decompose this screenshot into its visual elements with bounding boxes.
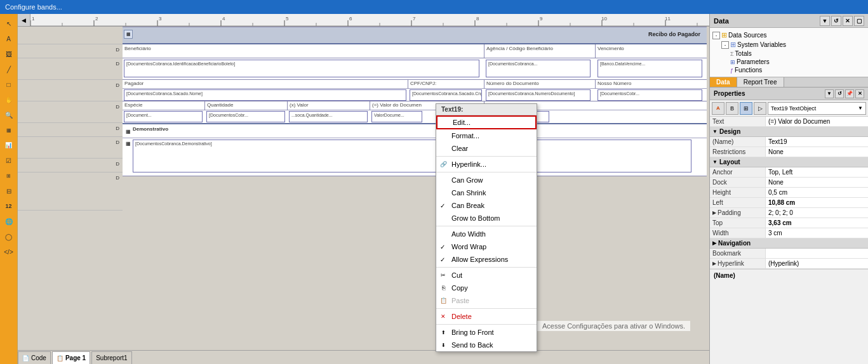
data-action-btn1[interactable]: ▼ bbox=[820, 16, 830, 26]
band-row-3-labels: Pagador CPF/CNPJ: Número do Documento No… bbox=[123, 80, 707, 89]
toolbar-btn-barcode[interactable]: ▦ bbox=[2, 123, 16, 137]
tree-item-functions[interactable]: ƒ Functions bbox=[712, 66, 865, 74]
toolbar-btn-check[interactable]: ☑ bbox=[2, 153, 16, 167]
context-menu-title: Text19: bbox=[436, 104, 537, 115]
valor-doc-field[interactable]: ValorDocume... bbox=[371, 111, 422, 122]
toolbar-btn-globe[interactable]: 🌐 bbox=[2, 214, 16, 228]
cpf-field[interactable]: [DocumentosCobranca.Sacado.CnpjCpf bbox=[410, 89, 482, 101]
tab-report-tree[interactable]: Report Tree bbox=[737, 77, 784, 87]
data-action-btn2[interactable]: ↺ bbox=[831, 16, 841, 26]
expand-datasources[interactable]: - bbox=[712, 32, 720, 39]
context-menu-allow-expr[interactable]: ✓ Allow Expressions bbox=[436, 253, 537, 266]
toolbar-btn-line[interactable]: ╱ bbox=[2, 62, 16, 76]
context-menu-can-grow[interactable]: Can Grow bbox=[436, 174, 537, 186]
toolbar-btn-chart[interactable]: 📊 bbox=[2, 138, 16, 152]
context-menu-can-break[interactable]: ✓ Can Break bbox=[436, 199, 537, 212]
agencia-field[interactable]: [DocumentosCobranca... bbox=[486, 60, 591, 77]
prop-name-value[interactable]: Text19 bbox=[766, 137, 868, 146]
prop-restrictions-label: Restrictions bbox=[710, 147, 766, 157]
tab-page1[interactable]: 📋 Page 1 bbox=[52, 351, 90, 364]
prop-dock-value[interactable]: None bbox=[766, 178, 868, 187]
tree-item-params[interactable]: ⊞ Parameters bbox=[712, 58, 865, 66]
props-pin-btn[interactable]: 📌 bbox=[845, 89, 854, 98]
toolbar-btn-arrow[interactable]: </> bbox=[2, 245, 16, 259]
tab-subreport1[interactable]: Subreport1 bbox=[91, 351, 131, 364]
x-valor-field[interactable]: ...soca.Quantidade... bbox=[289, 111, 368, 122]
toolbar-btn-shape[interactable]: ◯ bbox=[2, 230, 16, 244]
vencimento-field[interactable]: [Banco.DataVencime... bbox=[598, 60, 702, 77]
context-menu-word-wrap[interactable]: ✓ Word Wrap bbox=[436, 240, 537, 253]
context-menu-bring-front[interactable]: ⬆ Bring to Front bbox=[436, 326, 537, 339]
data-action-btn4[interactable]: ▢ bbox=[854, 16, 864, 26]
num-doc-header: Número do Documento bbox=[484, 80, 596, 89]
prop-padding-value[interactable]: 2; 0; 2; 0 bbox=[766, 208, 868, 218]
context-menu-format[interactable]: Format... bbox=[436, 129, 537, 142]
toolbar-btn-picture[interactable]: 🖼 bbox=[2, 47, 16, 61]
prop-width-value[interactable]: 3 cm bbox=[766, 228, 868, 238]
prop-hyperlink-value[interactable]: (Hyperlink) bbox=[766, 259, 868, 268]
props-toolbar-layout-btn[interactable]: ⊞ bbox=[740, 102, 752, 115]
toolbar-btn-table[interactable]: ⊟ bbox=[2, 184, 16, 198]
tree-item-totals[interactable]: Σ Totals bbox=[712, 49, 865, 58]
toolbar-btn-sub[interactable]: ⊞ bbox=[2, 169, 16, 183]
toolbar-btn-rect[interactable]: □ bbox=[2, 77, 16, 91]
props-close-btn[interactable]: ✕ bbox=[855, 89, 864, 98]
quantidade-field[interactable]: [DocumentosCobr... bbox=[206, 111, 285, 122]
svg-text:9: 9 bbox=[540, 16, 543, 22]
tree-item-sysvars[interactable]: - ⊞ System Variables bbox=[712, 40, 865, 49]
toolbar-btn-text[interactable]: A bbox=[2, 32, 16, 46]
prop-height-value[interactable]: 0,5 cm bbox=[766, 188, 868, 197]
context-menu-grow-bottom[interactable]: Grow to Bottom bbox=[436, 212, 537, 224]
context-menu-auto-width[interactable]: Auto Width bbox=[436, 228, 537, 240]
props-toolbar-text-btn[interactable]: A bbox=[712, 102, 724, 115]
context-menu-delete[interactable]: ✕ Delete bbox=[436, 310, 537, 323]
prop-restrictions-value[interactable]: None bbox=[766, 147, 868, 157]
context-menu-can-shrink[interactable]: Can Shrink bbox=[436, 186, 537, 199]
tree-item-datasources[interactable]: - ⊞ Data Sources bbox=[712, 30, 865, 40]
num-doc-field[interactable]: [DocumentosCobranca.NumeroDocumento] bbox=[486, 89, 591, 101]
prop-height-row: Height 0,5 cm bbox=[710, 188, 868, 198]
design-surface[interactable]: D D D D D D D D Recibo do Pagador bbox=[18, 27, 709, 350]
hyperlink-expand-icon: ▶ bbox=[712, 261, 716, 266]
cpf-header: CPF/CNPJ: bbox=[408, 80, 484, 89]
tab-code[interactable]: 📄 Code bbox=[18, 351, 51, 364]
context-menu-send-back[interactable]: ⬇ Send to Back bbox=[436, 339, 537, 351]
props-action-btn2[interactable]: ↺ bbox=[835, 89, 844, 98]
toolbar-btn-select[interactable]: ↖ bbox=[2, 16, 16, 30]
can-shrink-label: Can Shrink bbox=[451, 189, 486, 197]
quantidade-header: Quantidade bbox=[205, 101, 288, 110]
props-toolbar-nav-btn[interactable]: ▷ bbox=[754, 102, 766, 115]
beneficiario-field[interactable]: [DocumentosCobranca.IdentificacaoBenefic… bbox=[124, 60, 479, 77]
section-navigation[interactable]: ▶ Navigation bbox=[710, 238, 868, 249]
context-menu-cut[interactable]: ✂ Cut bbox=[436, 269, 537, 282]
context-menu-hyperlink[interactable]: 🔗 Hyperlink... bbox=[436, 158, 537, 171]
prop-top-value[interactable]: 3,63 cm bbox=[766, 218, 868, 228]
prop-bookmark-value[interactable] bbox=[766, 249, 868, 258]
especie-field[interactable]: [Document... bbox=[124, 111, 203, 122]
prop-name-row: (Name) Text19 bbox=[710, 137, 868, 147]
toolbar-btn-12[interactable]: 12 bbox=[2, 199, 16, 213]
demonstrativo-field-box[interactable]: [DocumentosCobranca.Demonstrativo] bbox=[133, 140, 691, 172]
collapse-panel-btn[interactable]: ◀ bbox=[18, 14, 30, 26]
especie-header: Espécie bbox=[123, 101, 205, 110]
props-action-btn1[interactable]: ▼ bbox=[825, 89, 834, 98]
prop-anchor-value[interactable]: Top, Left bbox=[766, 167, 868, 177]
context-menu-edit[interactable]: Edit... bbox=[436, 115, 537, 129]
context-menu-clear[interactable]: Clear bbox=[436, 142, 537, 155]
props-object-dropdown[interactable]: Text19 TextObject ▼ bbox=[768, 102, 866, 115]
nosso-num-field[interactable]: [DocumentosCobr... bbox=[598, 89, 702, 101]
props-toolbar-bold-btn[interactable]: B bbox=[726, 102, 738, 115]
toolbar-btn-move[interactable]: ✋ bbox=[2, 93, 16, 107]
tab-data[interactable]: Data bbox=[710, 77, 737, 87]
context-menu-copy[interactable]: ⎘ Copy bbox=[436, 282, 537, 294]
tab-bar: 📄 Code 📋 Page 1 Subreport1 bbox=[18, 350, 709, 364]
toolbar-btn-zoom[interactable]: 🔍 bbox=[2, 108, 16, 122]
section-layout[interactable]: ▼ Layout bbox=[710, 157, 868, 167]
expand-sysvars[interactable]: - bbox=[721, 41, 729, 49]
agencia-header: Agência / Código Beneficiário bbox=[484, 44, 596, 58]
data-action-btn3[interactable]: ✕ bbox=[843, 16, 853, 26]
prop-left-value[interactable]: 10,88 cm bbox=[766, 198, 868, 207]
prop-text-value[interactable]: (=) Valor do Documen bbox=[766, 117, 868, 126]
section-design[interactable]: ▼ Design bbox=[710, 127, 868, 137]
pagador-field[interactable]: [DocumentosCobranca.Sacado.Nome] bbox=[124, 89, 406, 101]
